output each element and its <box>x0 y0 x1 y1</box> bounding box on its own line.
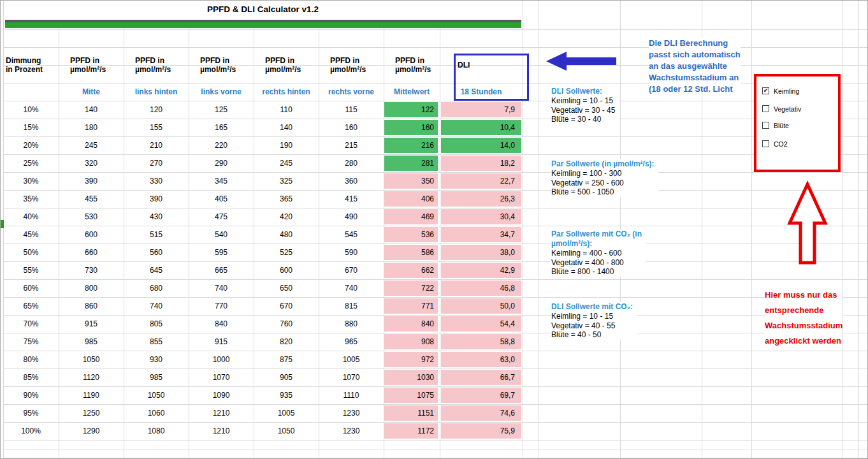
dli-cell[interactable]: 54,4 <box>441 316 521 332</box>
ppfd-cell[interactable]: 1050 <box>59 351 124 368</box>
ppfd-cell[interactable]: 490 <box>319 208 384 226</box>
ppfd-cell[interactable]: 245 <box>254 154 319 172</box>
ppfd-cell[interactable]: 1290 <box>59 422 124 440</box>
dli-cell[interactable]: 26,3 <box>441 191 521 207</box>
ppfd-cell[interactable]: 1005 <box>254 404 319 422</box>
ppfd-cell[interactable]: 545 <box>319 226 384 244</box>
ppfd-cell[interactable]: 160 <box>319 119 384 136</box>
ppfd-cell[interactable]: 365 <box>254 190 319 208</box>
checkbox-blute[interactable] <box>762 122 769 129</box>
ppfd-cell[interactable]: 680 <box>124 279 189 297</box>
ppfd-cell[interactable]: 165 <box>189 119 254 136</box>
mittelwert-cell[interactable]: 722 <box>384 280 438 296</box>
dimming-cell[interactable]: 30% <box>3 172 59 190</box>
ppfd-cell[interactable]: 110 <box>254 101 319 119</box>
ppfd-cell[interactable]: 1070 <box>189 368 254 386</box>
dimming-cell[interactable]: 60% <box>3 279 59 297</box>
ppfd-cell[interactable]: 405 <box>189 190 254 208</box>
dimming-cell[interactable]: 85% <box>3 368 59 386</box>
ppfd-cell[interactable]: 245 <box>59 136 124 154</box>
mittelwert-cell[interactable]: 406 <box>384 191 438 207</box>
ppfd-cell[interactable]: 660 <box>59 244 124 261</box>
mittelwert-cell[interactable]: 840 <box>384 316 438 332</box>
dimming-cell[interactable]: 50% <box>3 244 59 261</box>
ppfd-cell[interactable]: 1230 <box>319 404 384 422</box>
dli-cell[interactable]: 22,7 <box>441 173 521 189</box>
ppfd-cell[interactable]: 740 <box>124 297 189 315</box>
dli-cell[interactable]: 38,0 <box>441 245 521 260</box>
checkbox-keimling[interactable]: ✔ <box>762 87 769 94</box>
ppfd-cell[interactable]: 985 <box>59 333 124 351</box>
mittelwert-cell[interactable]: 160 <box>384 120 438 135</box>
dli-cell[interactable]: 30,4 <box>441 209 521 224</box>
ppfd-cell[interactable]: 1110 <box>319 386 384 404</box>
dimming-cell[interactable]: 100% <box>3 422 59 440</box>
dimming-cell[interactable]: 25% <box>3 154 59 172</box>
dli-cell[interactable]: 69,7 <box>441 388 521 403</box>
ppfd-cell[interactable]: 455 <box>59 190 124 208</box>
ppfd-cell[interactable]: 115 <box>319 101 384 119</box>
ppfd-cell[interactable]: 815 <box>319 297 384 315</box>
ppfd-cell[interactable]: 215 <box>319 136 384 154</box>
ppfd-cell[interactable]: 730 <box>59 261 124 279</box>
ppfd-cell[interactable]: 840 <box>189 315 254 333</box>
ppfd-cell[interactable]: 330 <box>124 172 189 190</box>
ppfd-cell[interactable]: 270 <box>124 154 189 172</box>
ppfd-cell[interactable]: 800 <box>59 279 124 297</box>
dimming-cell[interactable]: 55% <box>3 261 59 279</box>
dimming-cell[interactable]: 20% <box>3 136 59 154</box>
dimming-cell[interactable]: 40% <box>3 208 59 226</box>
ppfd-cell[interactable]: 480 <box>254 226 319 244</box>
ppfd-cell[interactable]: 600 <box>254 261 319 279</box>
dli-cell[interactable]: 42,9 <box>441 263 521 278</box>
ppfd-cell[interactable]: 540 <box>189 226 254 244</box>
dli-cell[interactable]: 46,8 <box>441 280 521 296</box>
dli-cell[interactable]: 14,0 <box>441 138 521 153</box>
mittelwert-cell[interactable]: 350 <box>384 173 438 189</box>
dli-cell[interactable]: 58,8 <box>441 334 521 349</box>
ppfd-cell[interactable]: 415 <box>319 190 384 208</box>
ppfd-cell[interactable]: 210 <box>124 136 189 154</box>
ppfd-cell[interactable]: 1050 <box>254 422 319 440</box>
ppfd-cell[interactable]: 530 <box>59 208 124 226</box>
ppfd-cell[interactable]: 965 <box>319 333 384 351</box>
ppfd-cell[interactable]: 1070 <box>319 368 384 386</box>
mittelwert-cell[interactable]: 281 <box>384 156 438 171</box>
ppfd-cell[interactable]: 1210 <box>189 404 254 422</box>
ppfd-cell[interactable]: 880 <box>319 315 384 333</box>
ppfd-cell[interactable]: 645 <box>124 261 189 279</box>
dli-cell[interactable]: 63,0 <box>441 352 521 367</box>
checkbox-co2[interactable] <box>762 140 769 147</box>
dimming-cell[interactable]: 70% <box>3 315 59 333</box>
stage-option-vegetativ[interactable]: Vegetativ <box>762 105 801 113</box>
dli-cell[interactable]: 75,9 <box>441 423 521 439</box>
dimming-cell[interactable]: 80% <box>3 351 59 368</box>
ppfd-cell[interactable]: 1190 <box>59 386 124 404</box>
mittelwert-cell[interactable]: 972 <box>384 352 438 367</box>
mittelwert-cell[interactable]: 536 <box>384 227 438 242</box>
ppfd-cell[interactable]: 820 <box>254 333 319 351</box>
ppfd-cell[interactable]: 670 <box>254 297 319 315</box>
ppfd-cell[interactable]: 155 <box>124 119 189 136</box>
ppfd-cell[interactable]: 665 <box>189 261 254 279</box>
ppfd-cell[interactable]: 905 <box>254 368 319 386</box>
ppfd-cell[interactable]: 1080 <box>124 422 189 440</box>
ppfd-cell[interactable]: 560 <box>124 244 189 261</box>
ppfd-cell[interactable]: 1230 <box>319 422 384 440</box>
dli-cell[interactable]: 50,0 <box>441 298 521 314</box>
ppfd-cell[interactable]: 1050 <box>124 386 189 404</box>
mittelwert-cell[interactable]: 586 <box>384 245 438 260</box>
ppfd-cell[interactable]: 125 <box>189 101 254 119</box>
ppfd-cell[interactable]: 1120 <box>59 368 124 386</box>
ppfd-cell[interactable]: 140 <box>254 119 319 136</box>
ppfd-cell[interactable]: 770 <box>189 297 254 315</box>
dimming-cell[interactable]: 15% <box>3 119 59 136</box>
dli-cell[interactable]: 34,7 <box>441 227 521 242</box>
mittelwert-cell[interactable]: 469 <box>384 209 438 224</box>
ppfd-cell[interactable]: 985 <box>124 368 189 386</box>
dimming-cell[interactable]: 35% <box>3 190 59 208</box>
dimming-cell[interactable]: 65% <box>3 297 59 315</box>
dli-cell[interactable]: 66,7 <box>441 370 521 385</box>
ppfd-cell[interactable]: 140 <box>59 101 124 119</box>
ppfd-cell[interactable]: 935 <box>254 386 319 404</box>
